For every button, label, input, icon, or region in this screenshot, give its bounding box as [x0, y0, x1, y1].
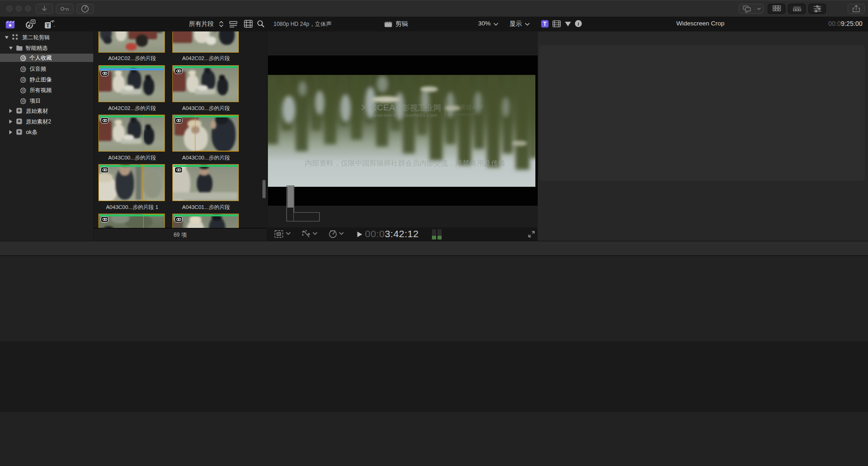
svg-text:内部资料，仅限中国剪辑师社群会员内部交流，严禁商用及传播: 内部资料，仅限中国剪辑师社群会员内部交流，严禁商用及传播	[305, 159, 505, 167]
svg-text:中国电影剪辑社群: 中国电影剪辑社群	[370, 114, 396, 117]
svg-text:CCEA: CCEA	[370, 103, 395, 112]
svg-text:幕后英雄APP: 幕后英雄APP	[448, 104, 484, 110]
svg-text:T: T	[543, 21, 547, 27]
svg-text:BE HERO APP: BE HERO APP	[448, 112, 476, 117]
svg-text:CineHello.com: CineHello.com	[402, 112, 437, 118]
svg-text:影视工业网: 影视工业网	[401, 104, 441, 112]
svg-text:T: T	[46, 23, 50, 28]
svg-text:✕: ✕	[360, 102, 369, 113]
